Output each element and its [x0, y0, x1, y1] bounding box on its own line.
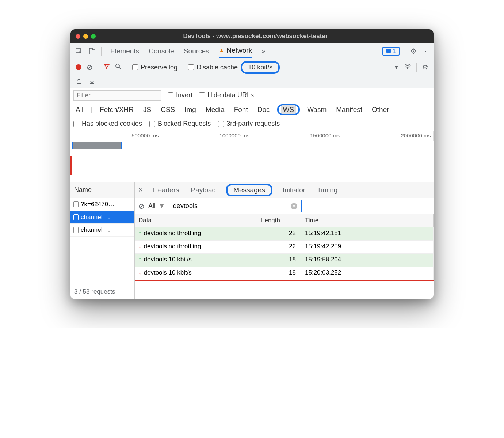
divider — [183, 63, 183, 72]
third-party-checkbox[interactable]: 3rd-party requests — [218, 120, 280, 128]
tab-sources[interactable]: Sources — [184, 44, 209, 58]
request-row[interactable]: channel_… — [70, 224, 134, 237]
type-other[interactable]: Other — [370, 105, 392, 115]
messages-table: Data Length Time ↑devtools no throttling… — [135, 214, 434, 281]
timeline-label: 1500000 ms — [252, 131, 343, 141]
type-wasm[interactable]: Wasm — [305, 105, 329, 115]
settings-icon[interactable]: ⚙ — [410, 47, 417, 56]
tab-payload[interactable]: Payload — [190, 183, 218, 197]
blocked-requests-checkbox[interactable]: Blocked Requests — [149, 120, 211, 128]
type-fetch[interactable]: Fetch/XHR — [98, 105, 136, 115]
request-row[interactable]: ?k=62470… — [70, 198, 134, 211]
record-button[interactable] — [76, 64, 81, 70]
timeline-label: 500000 ms — [70, 131, 161, 141]
download-icon[interactable] — [89, 78, 95, 86]
type-ws[interactable]: WS — [281, 105, 297, 114]
issues-badge[interactable]: 1 — [382, 47, 400, 56]
tab-network-label: Network — [226, 46, 252, 54]
svg-rect-2 — [92, 50, 95, 54]
request-row[interactable]: channel_… — [70, 211, 134, 224]
upload-icon[interactable] — [76, 78, 82, 86]
network-settings-icon[interactable]: ⚙ — [422, 63, 428, 72]
svg-rect-3 — [386, 49, 391, 53]
col-data: Data — [135, 214, 257, 227]
clear-messages-icon[interactable]: ⊘ — [138, 202, 145, 211]
more-menu-icon[interactable]: ⋮ — [422, 47, 429, 56]
tab-initiator[interactable]: Initiator — [281, 183, 307, 197]
arrow-down-icon: ↓ — [138, 243, 142, 250]
timeline-overview[interactable]: 500000 ms 1000000 ms 1500000 ms 2000000 … — [70, 131, 434, 182]
more-tabs-icon[interactable]: » — [261, 47, 265, 55]
minimize-icon[interactable] — [83, 34, 88, 39]
close-icon[interactable] — [76, 34, 80, 39]
badge-count: 1 — [393, 48, 396, 54]
tab-network[interactable]: ▲ Network — [219, 44, 252, 58]
tab-headers[interactable]: Headers — [152, 183, 181, 197]
import-export-bar — [70, 75, 434, 88]
tab-elements[interactable]: Elements — [110, 44, 139, 58]
throttle-selector[interactable]: 10 kbit/s — [241, 61, 280, 74]
preserve-log-checkbox[interactable]: Preserve log — [132, 64, 177, 71]
filter-bar: Invert Hide data URLs — [70, 88, 434, 102]
type-img[interactable]: Img — [182, 105, 198, 115]
file-icon — [73, 227, 79, 233]
message-row[interactable]: ↓devtools no throttling 22 15:19:42.259 — [135, 241, 434, 254]
type-js[interactable]: JS — [141, 105, 153, 115]
type-all[interactable]: All — [73, 105, 85, 115]
invert-checkbox[interactable]: Invert — [168, 91, 192, 99]
tab-console[interactable]: Console — [149, 44, 174, 58]
divider — [127, 63, 127, 72]
blocked-cookies-checkbox[interactable]: Has blocked cookies — [73, 120, 142, 128]
type-manifest[interactable]: Manifest — [334, 105, 364, 115]
timeline-label: 2000000 ms — [343, 131, 434, 141]
type-css[interactable]: CSS — [159, 105, 177, 115]
network-conditions-icon[interactable] — [404, 63, 411, 72]
window-title: DevTools - www.piesocket.com/websocket-t… — [101, 33, 410, 40]
request-count: 3 / 58 requests — [70, 284, 134, 299]
detail-pane: × Headers Payload Messages Initiator Tim… — [135, 182, 434, 299]
traffic-lights — [76, 34, 96, 39]
divider — [416, 63, 417, 72]
svg-line-5 — [119, 67, 121, 69]
tab-messages[interactable]: Messages — [232, 183, 267, 197]
tab-timing[interactable]: Timing — [316, 183, 339, 197]
request-list: Name ?k=62470… channel_… channel_… 3 / 5… — [70, 182, 135, 299]
divider — [405, 47, 405, 56]
detail-area: Name ?k=62470… channel_… channel_… 3 / 5… — [70, 182, 434, 299]
arrow-up-icon: ↑ — [138, 230, 142, 237]
devtools-window: DevTools - www.piesocket.com/websocket-t… — [70, 29, 434, 299]
type-doc[interactable]: Doc — [255, 105, 272, 115]
throttle-caret-icon[interactable]: ▼ — [394, 64, 399, 70]
filter-icon[interactable] — [103, 63, 110, 72]
type-font[interactable]: Font — [232, 105, 250, 115]
device-icon[interactable] — [88, 47, 96, 55]
hide-data-urls-checkbox[interactable]: Hide data URLs — [199, 91, 254, 99]
clear-icon[interactable]: ⊘ — [87, 63, 93, 72]
message-row[interactable]: ↑devtools no throttling 22 15:19:42.181 — [135, 227, 434, 241]
svg-point-6 — [407, 68, 408, 69]
network-toolbar: ⊘ Preserve log Disable cache 10 kbit/s ▼… — [70, 59, 434, 75]
tab-messages-highlight: Messages — [226, 184, 272, 196]
search-icon[interactable] — [115, 63, 122, 72]
inspect-icon[interactable] — [75, 47, 83, 55]
message-row[interactable]: ↑devtools 10 kbit/s 18 15:19:58.204 — [135, 254, 434, 267]
arrow-down-icon: ↓ — [138, 269, 142, 276]
close-icon[interactable]: × — [138, 186, 143, 194]
type-media[interactable]: Media — [203, 105, 227, 115]
message-type-selector[interactable]: All ▼ — [148, 202, 165, 210]
file-icon — [73, 214, 79, 220]
col-time: Time — [301, 214, 434, 227]
disable-cache-checkbox[interactable]: Disable cache — [188, 64, 238, 71]
message-row[interactable]: ↓devtools 10 kbit/s 18 15:20:03.252 — [135, 267, 434, 280]
timeline-label: 1000000 ms — [161, 131, 252, 141]
filter-input[interactable] — [73, 90, 161, 101]
type-ws-highlight: WS — [277, 104, 300, 115]
main-toolbar: Elements Console Sources ▲ Network » 1 ⚙… — [70, 43, 434, 59]
clear-input-icon[interactable]: ✕ — [291, 203, 297, 209]
message-filter-input[interactable]: devtools ✕ — [169, 200, 302, 212]
maximize-icon[interactable] — [91, 34, 96, 39]
advanced-filter-bar: Has blocked cookies Blocked Requests 3rd… — [70, 117, 434, 131]
timeline-track — [72, 148, 426, 148]
type-filter-bar: All | Fetch/XHR JS CSS Img Media Font Do… — [70, 102, 434, 117]
titlebar: DevTools - www.piesocket.com/websocket-t… — [70, 29, 434, 43]
